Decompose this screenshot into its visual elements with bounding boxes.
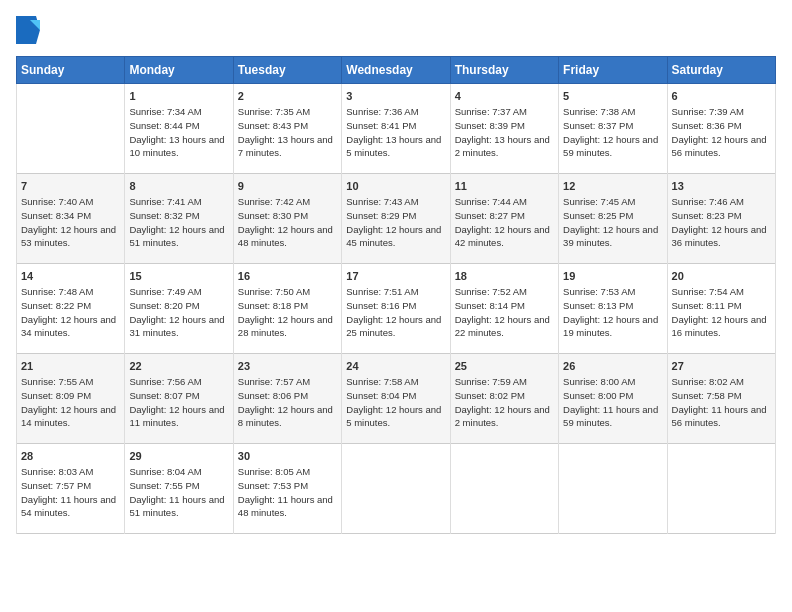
calendar-cell: 23Sunrise: 7:57 AMSunset: 8:06 PMDayligh…	[233, 354, 341, 444]
day-number: 7	[21, 180, 120, 192]
day-info: Sunrise: 7:55 AMSunset: 8:09 PMDaylight:…	[21, 375, 120, 430]
day-info: Sunrise: 7:54 AMSunset: 8:11 PMDaylight:…	[672, 285, 771, 340]
day-info: Sunrise: 7:39 AMSunset: 8:36 PMDaylight:…	[672, 105, 771, 160]
calendar-cell: 16Sunrise: 7:50 AMSunset: 8:18 PMDayligh…	[233, 264, 341, 354]
calendar-cell: 9Sunrise: 7:42 AMSunset: 8:30 PMDaylight…	[233, 174, 341, 264]
day-number: 1	[129, 90, 228, 102]
weekday-header-row: SundayMondayTuesdayWednesdayThursdayFrid…	[17, 57, 776, 84]
calendar-cell: 18Sunrise: 7:52 AMSunset: 8:14 PMDayligh…	[450, 264, 558, 354]
day-number: 25	[455, 360, 554, 372]
logo-icon	[16, 16, 40, 44]
calendar-cell	[559, 444, 667, 534]
day-number: 29	[129, 450, 228, 462]
calendar-cell: 26Sunrise: 8:00 AMSunset: 8:00 PMDayligh…	[559, 354, 667, 444]
day-number: 19	[563, 270, 662, 282]
day-number: 10	[346, 180, 445, 192]
day-number: 22	[129, 360, 228, 372]
page-header	[16, 16, 776, 44]
calendar-week-row: 1Sunrise: 7:34 AMSunset: 8:44 PMDaylight…	[17, 84, 776, 174]
calendar-cell: 1Sunrise: 7:34 AMSunset: 8:44 PMDaylight…	[125, 84, 233, 174]
calendar-cell: 8Sunrise: 7:41 AMSunset: 8:32 PMDaylight…	[125, 174, 233, 264]
calendar-cell: 7Sunrise: 7:40 AMSunset: 8:34 PMDaylight…	[17, 174, 125, 264]
day-number: 26	[563, 360, 662, 372]
day-info: Sunrise: 7:37 AMSunset: 8:39 PMDaylight:…	[455, 105, 554, 160]
day-number: 8	[129, 180, 228, 192]
weekday-header: Wednesday	[342, 57, 450, 84]
day-number: 5	[563, 90, 662, 102]
calendar-cell: 21Sunrise: 7:55 AMSunset: 8:09 PMDayligh…	[17, 354, 125, 444]
day-info: Sunrise: 7:40 AMSunset: 8:34 PMDaylight:…	[21, 195, 120, 250]
day-info: Sunrise: 8:04 AMSunset: 7:55 PMDaylight:…	[129, 465, 228, 520]
day-info: Sunrise: 7:35 AMSunset: 8:43 PMDaylight:…	[238, 105, 337, 160]
day-number: 21	[21, 360, 120, 372]
day-number: 23	[238, 360, 337, 372]
day-number: 11	[455, 180, 554, 192]
calendar-cell: 10Sunrise: 7:43 AMSunset: 8:29 PMDayligh…	[342, 174, 450, 264]
day-number: 14	[21, 270, 120, 282]
calendar-cell: 17Sunrise: 7:51 AMSunset: 8:16 PMDayligh…	[342, 264, 450, 354]
day-number: 28	[21, 450, 120, 462]
day-info: Sunrise: 7:57 AMSunset: 8:06 PMDaylight:…	[238, 375, 337, 430]
calendar-cell: 29Sunrise: 8:04 AMSunset: 7:55 PMDayligh…	[125, 444, 233, 534]
day-info: Sunrise: 7:53 AMSunset: 8:13 PMDaylight:…	[563, 285, 662, 340]
day-number: 6	[672, 90, 771, 102]
calendar-cell: 28Sunrise: 8:03 AMSunset: 7:57 PMDayligh…	[17, 444, 125, 534]
calendar-cell: 2Sunrise: 7:35 AMSunset: 8:43 PMDaylight…	[233, 84, 341, 174]
day-info: Sunrise: 7:56 AMSunset: 8:07 PMDaylight:…	[129, 375, 228, 430]
day-info: Sunrise: 7:51 AMSunset: 8:16 PMDaylight:…	[346, 285, 445, 340]
day-info: Sunrise: 7:48 AMSunset: 8:22 PMDaylight:…	[21, 285, 120, 340]
calendar-cell: 24Sunrise: 7:58 AMSunset: 8:04 PMDayligh…	[342, 354, 450, 444]
day-number: 30	[238, 450, 337, 462]
calendar-cell: 4Sunrise: 7:37 AMSunset: 8:39 PMDaylight…	[450, 84, 558, 174]
calendar-cell: 22Sunrise: 7:56 AMSunset: 8:07 PMDayligh…	[125, 354, 233, 444]
day-info: Sunrise: 7:36 AMSunset: 8:41 PMDaylight:…	[346, 105, 445, 160]
day-number: 18	[455, 270, 554, 282]
calendar-week-row: 21Sunrise: 7:55 AMSunset: 8:09 PMDayligh…	[17, 354, 776, 444]
day-number: 17	[346, 270, 445, 282]
day-info: Sunrise: 8:05 AMSunset: 7:53 PMDaylight:…	[238, 465, 337, 520]
day-info: Sunrise: 8:00 AMSunset: 8:00 PMDaylight:…	[563, 375, 662, 430]
day-info: Sunrise: 7:49 AMSunset: 8:20 PMDaylight:…	[129, 285, 228, 340]
calendar-week-row: 14Sunrise: 7:48 AMSunset: 8:22 PMDayligh…	[17, 264, 776, 354]
day-number: 27	[672, 360, 771, 372]
calendar-cell	[342, 444, 450, 534]
day-info: Sunrise: 8:02 AMSunset: 7:58 PMDaylight:…	[672, 375, 771, 430]
day-info: Sunrise: 8:03 AMSunset: 7:57 PMDaylight:…	[21, 465, 120, 520]
day-info: Sunrise: 7:43 AMSunset: 8:29 PMDaylight:…	[346, 195, 445, 250]
calendar-cell: 5Sunrise: 7:38 AMSunset: 8:37 PMDaylight…	[559, 84, 667, 174]
calendar-cell: 11Sunrise: 7:44 AMSunset: 8:27 PMDayligh…	[450, 174, 558, 264]
weekday-header: Friday	[559, 57, 667, 84]
day-info: Sunrise: 7:58 AMSunset: 8:04 PMDaylight:…	[346, 375, 445, 430]
day-number: 4	[455, 90, 554, 102]
day-info: Sunrise: 7:45 AMSunset: 8:25 PMDaylight:…	[563, 195, 662, 250]
calendar-cell: 15Sunrise: 7:49 AMSunset: 8:20 PMDayligh…	[125, 264, 233, 354]
calendar-cell: 30Sunrise: 8:05 AMSunset: 7:53 PMDayligh…	[233, 444, 341, 534]
weekday-header: Saturday	[667, 57, 775, 84]
calendar-cell: 25Sunrise: 7:59 AMSunset: 8:02 PMDayligh…	[450, 354, 558, 444]
calendar-cell	[450, 444, 558, 534]
day-number: 24	[346, 360, 445, 372]
calendar-week-row: 28Sunrise: 8:03 AMSunset: 7:57 PMDayligh…	[17, 444, 776, 534]
day-number: 20	[672, 270, 771, 282]
day-number: 16	[238, 270, 337, 282]
day-info: Sunrise: 7:46 AMSunset: 8:23 PMDaylight:…	[672, 195, 771, 250]
day-info: Sunrise: 7:41 AMSunset: 8:32 PMDaylight:…	[129, 195, 228, 250]
calendar-cell: 14Sunrise: 7:48 AMSunset: 8:22 PMDayligh…	[17, 264, 125, 354]
calendar-cell: 20Sunrise: 7:54 AMSunset: 8:11 PMDayligh…	[667, 264, 775, 354]
calendar-week-row: 7Sunrise: 7:40 AMSunset: 8:34 PMDaylight…	[17, 174, 776, 264]
day-info: Sunrise: 7:38 AMSunset: 8:37 PMDaylight:…	[563, 105, 662, 160]
day-info: Sunrise: 7:50 AMSunset: 8:18 PMDaylight:…	[238, 285, 337, 340]
weekday-header: Tuesday	[233, 57, 341, 84]
calendar-cell: 13Sunrise: 7:46 AMSunset: 8:23 PMDayligh…	[667, 174, 775, 264]
day-number: 3	[346, 90, 445, 102]
day-number: 9	[238, 180, 337, 192]
calendar-cell	[667, 444, 775, 534]
weekday-header: Sunday	[17, 57, 125, 84]
day-info: Sunrise: 7:59 AMSunset: 8:02 PMDaylight:…	[455, 375, 554, 430]
day-info: Sunrise: 7:52 AMSunset: 8:14 PMDaylight:…	[455, 285, 554, 340]
logo	[16, 16, 44, 44]
day-number: 12	[563, 180, 662, 192]
weekday-header: Monday	[125, 57, 233, 84]
calendar-cell: 6Sunrise: 7:39 AMSunset: 8:36 PMDaylight…	[667, 84, 775, 174]
calendar-table: SundayMondayTuesdayWednesdayThursdayFrid…	[16, 56, 776, 534]
